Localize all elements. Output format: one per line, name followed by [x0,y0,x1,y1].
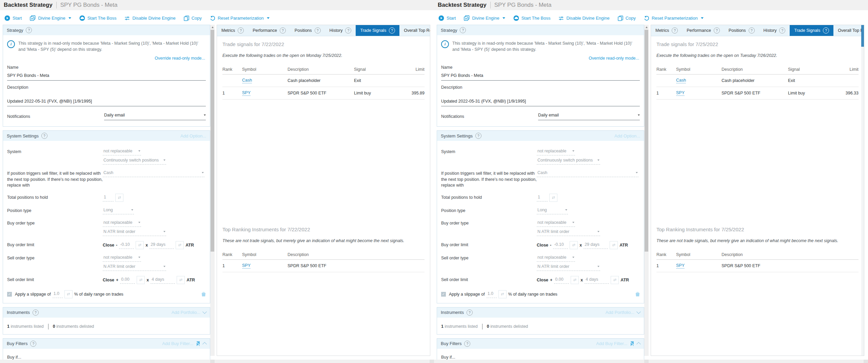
symbol-link[interactable]: SPY [242,263,251,269]
stepper-icon[interactable] [571,276,579,284]
bookmark-icon[interactable] [196,341,200,346]
trash-icon[interactable] [635,292,640,297]
replace-with-select[interactable]: Cash [103,170,204,177]
buy-order-type-select[interactable]: N ATR limit order [103,229,166,236]
name-field[interactable]: SPY PG Bonds - Meta [441,73,640,81]
position-type-select[interactable]: Long [103,207,134,214]
divine-engine-button[interactable]: Divine Engine [464,15,505,21]
stepper-icon[interactable] [64,290,73,298]
stepper-icon[interactable] [610,241,618,249]
symbol-link[interactable]: Cash [676,78,686,83]
buy-limit-input[interactable]: -0.10 [553,241,568,249]
stepper-icon[interactable] [570,241,578,249]
help-icon[interactable] [672,27,678,34]
description-field[interactable]: Updated 2022-05-31 (FVX, @NBI) [1/9/1995… [441,99,640,106]
help-icon[interactable] [26,27,32,33]
notifications-select[interactable]: Daily email [538,113,640,120]
name-field[interactable]: SPY PG Bonds - Meta [7,73,206,81]
buy-limit-days-input[interactable]: 29 days [584,241,608,249]
sell-limit-days-input[interactable]: 4 days [151,276,175,284]
help-icon[interactable] [460,27,466,33]
help-icon[interactable] [33,309,39,316]
replace-with-select[interactable]: Cash [537,170,638,177]
replaceable-select[interactable]: not replaceable [537,219,575,227]
add-option-link[interactable]: Add Option... [614,133,640,138]
override-readonly-link[interactable]: Override read-only mode... [589,56,639,61]
add-buy-filter-link[interactable]: Add Buy Filter... [162,341,193,346]
horizontal-scrollbar[interactable] [0,360,434,363]
start-button[interactable]: Start [4,15,22,21]
tab-metrics[interactable]: Metrics [217,25,248,36]
help-icon[interactable] [823,27,829,34]
chevron-up-icon[interactable] [636,342,641,346]
scrollbar-up-arrow[interactable] [644,25,649,29]
add-option-link[interactable]: Add Option... [180,133,206,138]
help-icon[interactable] [467,309,473,316]
tab-history[interactable]: History [759,25,790,36]
help-icon[interactable] [389,27,395,34]
position-type-select[interactable]: Long [537,207,568,214]
chevron-down-icon[interactable] [636,309,641,314]
stepper-icon[interactable] [177,276,185,284]
help-icon[interactable] [475,133,481,139]
disable-divine-engine-button[interactable]: Disable Divine Engine [558,16,609,21]
stepper-icon[interactable] [176,241,184,249]
replaceable-select[interactable]: not replaceable [103,219,141,227]
reset-parameterization-button[interactable]: Reset Parameterization [644,16,704,21]
stepper-icon[interactable] [136,241,144,249]
scrollbar-thumb[interactable] [645,30,648,252]
chevron-up-icon[interactable] [202,342,207,346]
disable-divine-engine-button[interactable]: Disable Divine Engine [124,16,175,21]
scrollbar-up-arrow[interactable] [210,25,215,29]
tab-overall-top-results[interactable]: Overall Top Res [399,25,430,36]
help-icon[interactable] [280,27,286,34]
sell-limit-input[interactable]: 0.00 [120,276,135,284]
tab-metrics[interactable]: Metrics [651,25,682,36]
sell-limit-input[interactable]: 0.00 [554,276,569,284]
override-readonly-link[interactable]: Override read-only mode... [155,56,205,61]
slippage-checkbox[interactable] [7,292,12,297]
start-button[interactable]: Start [438,15,456,21]
start-the-boss-button[interactable]: Start The Boss [513,15,551,21]
tab-performance[interactable]: Performance [248,25,290,36]
stepper-icon[interactable] [498,290,507,298]
sell-order-type-select[interactable]: N ATR limit order [537,263,600,271]
replaceable-select[interactable]: not replaceable [537,148,575,155]
symbol-link[interactable]: Cash [242,78,252,83]
divine-engine-button[interactable]: Divine Engine [30,15,71,21]
description-field[interactable]: Updated 2022-05-31 (FVX, @NBI) [1/9/1995… [7,99,206,106]
tab-positions[interactable]: Positions [724,25,759,36]
notifications-select[interactable]: Daily email [104,113,206,120]
tab-positions[interactable]: Positions [290,25,325,36]
chevron-down-icon[interactable] [202,309,207,314]
stepper-icon[interactable] [115,194,123,202]
start-the-boss-button[interactable]: Start The Boss [79,15,117,21]
buy-limit-days-input[interactable]: 29 days [150,241,174,249]
help-icon[interactable] [464,341,470,347]
tab-trade-signals[interactable]: Trade Signals [356,25,399,36]
slippage-input[interactable]: 1.0 [487,291,497,298]
help-icon[interactable] [714,27,720,34]
scrollbar-thumb[interactable] [861,25,864,47]
trash-icon[interactable] [201,292,206,297]
stepper-icon[interactable] [611,276,619,284]
tab-trade-signals[interactable]: Trade Signals [790,25,833,36]
copy-button[interactable]: Copy [618,16,636,21]
copy-button[interactable]: Copy [184,16,202,21]
buy-order-type-select[interactable]: N ATR limit order [537,229,600,236]
replaceable-select[interactable]: not replaceable [103,254,141,262]
results-panel-scrollbar[interactable] [861,25,864,356]
tab-performance[interactable]: Performance [682,25,724,36]
scrollbar-thumb[interactable] [211,30,214,252]
help-icon[interactable] [779,27,785,34]
help-icon[interactable] [345,27,351,34]
reset-parameterization-button[interactable]: Reset Parameterization [210,16,270,21]
stepper-icon[interactable] [137,276,145,284]
total-positions-input[interactable]: 1 [103,194,114,201]
bookmark-icon[interactable] [630,341,634,346]
symbol-link[interactable]: SPY [676,90,685,96]
help-icon[interactable] [238,27,244,34]
tab-history[interactable]: History [325,25,356,36]
sell-limit-days-input[interactable]: 4 days [585,276,609,284]
sell-order-type-select[interactable]: N ATR limit order [103,263,166,271]
